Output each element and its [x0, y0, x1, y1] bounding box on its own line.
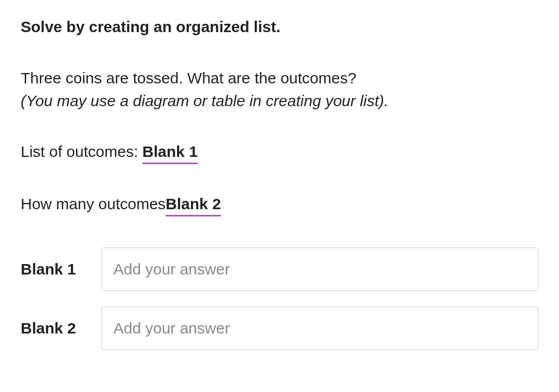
prompt1-prefix: List of outcomes:	[21, 143, 142, 160]
problem-text: Three coins are tossed. What are the out…	[21, 67, 538, 112]
answer-label-1: Blank 1	[21, 260, 83, 278]
answer-row-1: Blank 1	[21, 248, 538, 291]
problem-hint: (You may use a diagram or table in creat…	[21, 92, 388, 109]
answer-input-1[interactable]	[101, 248, 538, 291]
blank-2-reference: Blank 2	[166, 195, 221, 216]
prompt-outcomes-list: List of outcomes: Blank 1	[21, 143, 538, 164]
prompt2-prefix: How many outcomes	[21, 195, 166, 212]
answer-label-2: Blank 2	[21, 320, 83, 337]
blank-1-reference: Blank 1	[142, 143, 198, 164]
answer-row-2: Blank 2	[21, 307, 538, 350]
problem-line1: Three coins are tossed. What are the out…	[21, 69, 357, 86]
question-title: Solve by creating an organized list.	[21, 18, 538, 36]
prompt-outcomes-count: How many outcomesBlank 2	[21, 195, 538, 216]
answer-input-2[interactable]	[101, 307, 538, 350]
